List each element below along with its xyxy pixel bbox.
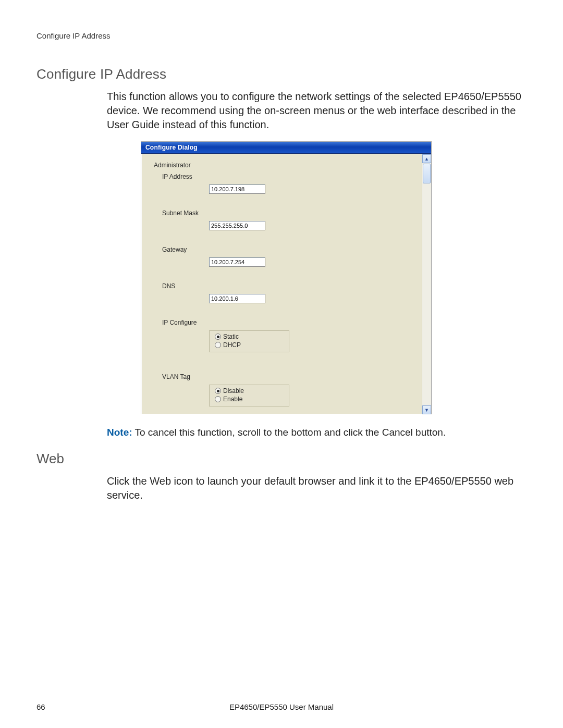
radio-dot-icon	[215, 396, 221, 402]
gateway-label: Gateway	[162, 246, 421, 253]
radio-dot-icon	[215, 388, 221, 394]
radio-dhcp-label: DHCP	[223, 341, 241, 349]
note-label: Note:	[107, 427, 132, 438]
radio-dhcp[interactable]: DHCP	[215, 341, 284, 349]
dialog-scrollbar[interactable]: ▲ ▼	[422, 154, 431, 414]
dialog-title: Configure Dialog	[145, 144, 198, 151]
page: Configure IP Address Configure IP Addres…	[0, 0, 563, 728]
page-number: 66	[36, 702, 45, 711]
scroll-thumb[interactable]	[423, 164, 431, 183]
note-line: Note: To cancel this function, scroll to…	[107, 427, 527, 438]
ip-address-input[interactable]	[209, 184, 265, 194]
note-text: To cancel this function, scroll to the b…	[132, 427, 446, 438]
gateway-input[interactable]	[209, 257, 265, 267]
section-title-web: Web	[36, 451, 527, 467]
dns-input[interactable]	[209, 294, 265, 303]
dns-label: DNS	[162, 282, 421, 290]
section-title-configure-ip: Configure IP Address	[36, 66, 527, 82]
radio-enable-label: Enable	[223, 396, 242, 403]
radio-dot-icon	[215, 342, 221, 348]
administrator-label: Administrator	[154, 162, 421, 169]
section-body-configure-ip: This function allows you to configure th…	[107, 90, 527, 132]
dialog-titlebar[interactable]: Configure Dialog	[141, 142, 431, 154]
scroll-up-icon[interactable]: ▲	[422, 154, 431, 163]
vlan-tag-label: VLAN Tag	[162, 373, 421, 380]
manual-title: EP4650/EP5550 User Manual	[229, 702, 334, 711]
ip-address-label: IP Address	[162, 173, 421, 180]
dialog-body: Administrator IP Address Subnet Mask Gat…	[141, 154, 431, 414]
radio-enable[interactable]: Enable	[215, 395, 284, 403]
configure-dialog-window: Configure Dialog Administrator IP Addres…	[141, 141, 432, 414]
radio-disable-label: Disable	[223, 387, 244, 394]
radio-static-label: Static	[223, 333, 239, 340]
page-footer: 66 EP4650/EP5550 User Manual	[36, 702, 527, 711]
section-body-web: Click the Web icon to launch your defaul…	[107, 474, 527, 502]
radio-dot-icon	[215, 334, 221, 340]
scroll-down-icon[interactable]: ▼	[422, 405, 431, 414]
ip-configure-radio-group: Static DHCP	[209, 330, 289, 352]
vlan-tag-radio-group: Disable Enable	[209, 385, 289, 406]
radio-static[interactable]: Static	[215, 332, 284, 341]
subnet-mask-label: Subnet Mask	[162, 209, 421, 217]
subnet-mask-input[interactable]	[209, 221, 265, 230]
ip-configure-label: IP Configure	[162, 319, 421, 326]
radio-disable[interactable]: Disable	[215, 387, 284, 395]
running-header: Configure IP Address	[36, 31, 527, 40]
